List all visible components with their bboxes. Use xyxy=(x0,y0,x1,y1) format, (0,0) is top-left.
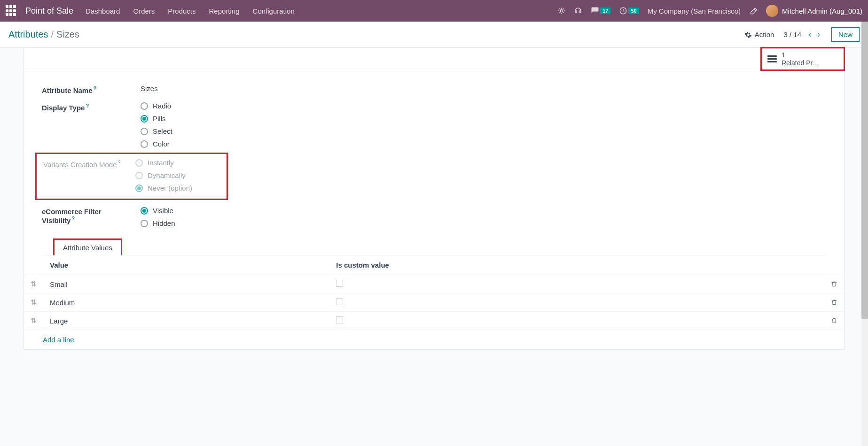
radio-color[interactable]: Color xyxy=(141,140,826,148)
pager-text[interactable]: 3 / 14 xyxy=(783,31,801,38)
radio-instantly: Instantly xyxy=(135,159,220,167)
main-menu: Dashboard Orders Products Reporting Conf… xyxy=(86,7,295,15)
related-products-stat[interactable]: 1 Related Pr… xyxy=(760,47,845,71)
variants-mode-label: Variants Creation Mode? xyxy=(43,159,135,192)
table-row[interactable]: ⇅ Large xyxy=(24,312,844,330)
tools-icon[interactable] xyxy=(749,7,758,15)
help-icon[interactable]: ? xyxy=(94,85,97,91)
messages-badge: 17 xyxy=(600,8,610,14)
control-bar: Attributes / Sizes Action 3 / 14 ‹ › New xyxy=(0,22,868,48)
ecommerce-visibility-radios: Visible Hidden xyxy=(141,207,826,227)
pager-prev[interactable]: ‹ xyxy=(807,29,813,40)
breadcrumb-parent[interactable]: Attributes xyxy=(8,29,48,40)
tab-attribute-values[interactable]: Attribute Values xyxy=(53,238,122,255)
support-icon[interactable] xyxy=(574,7,582,15)
messages-icon[interactable]: 17 xyxy=(591,7,610,15)
user-menu[interactable]: Mitchell Admin (Aug_001) xyxy=(766,5,862,17)
radio-pills[interactable]: Pills xyxy=(141,115,826,123)
menu-products[interactable]: Products xyxy=(168,7,195,15)
value-cell[interactable]: Medium xyxy=(43,293,329,312)
scrollbar[interactable] xyxy=(861,22,868,350)
breadcrumb: Attributes / Sizes xyxy=(8,29,79,40)
pager: 3 / 14 ‹ › xyxy=(783,29,822,40)
help-icon[interactable]: ? xyxy=(86,103,89,108)
radio-visible[interactable]: Visible xyxy=(141,207,826,215)
value-cell[interactable]: Small xyxy=(43,275,329,293)
menu-dashboard[interactable]: Dashboard xyxy=(86,7,120,15)
radio-hidden[interactable]: Hidden xyxy=(141,219,826,227)
action-menu[interactable]: Action xyxy=(744,31,774,38)
stat-count: 1 xyxy=(782,51,819,59)
drag-handle-icon[interactable]: ⇅ xyxy=(24,293,43,312)
new-button[interactable]: New xyxy=(831,27,860,42)
notebook-tabs: Attribute Values xyxy=(42,238,826,255)
pager-next[interactable]: › xyxy=(815,29,822,40)
radio-dynamically: Dynamically xyxy=(135,171,220,179)
value-cell[interactable]: Large xyxy=(43,312,329,330)
activities-icon[interactable]: 50 xyxy=(619,7,639,15)
add-line-button[interactable]: Add a line xyxy=(24,330,844,349)
delete-row-button[interactable] xyxy=(824,293,844,312)
display-type-radios: Radio Pills Select Color xyxy=(141,102,826,148)
drag-handle-icon[interactable]: ⇅ xyxy=(24,312,43,330)
menu-reporting[interactable]: Reporting xyxy=(209,7,240,15)
radio-radio[interactable]: Radio xyxy=(141,102,826,110)
variants-highlight-box: Variants Creation Mode? Instantly Dynami… xyxy=(35,153,228,200)
variants-mode-radios: Instantly Dynamically Never (option) xyxy=(135,159,220,192)
attribute-name-value[interactable]: Sizes xyxy=(141,85,826,94)
attribute-name-label: Attribute Name? xyxy=(42,85,141,94)
gear-icon xyxy=(744,31,752,38)
attribute-values-table: Value Is custom value ⇅ Small ⇅ Medium xyxy=(24,255,844,330)
form-card: 1 Related Pr… Attribute Name? Sizes Disp… xyxy=(23,48,845,350)
svg-point-0 xyxy=(561,9,563,12)
custom-checkbox[interactable] xyxy=(336,298,343,305)
help-icon[interactable]: ? xyxy=(71,215,75,221)
drag-handle-icon[interactable]: ⇅ xyxy=(24,275,43,293)
col-custom: Is custom value xyxy=(329,255,824,275)
display-type-label: Display Type? xyxy=(42,102,141,148)
company-selector[interactable]: My Company (San Francisco) xyxy=(648,7,741,15)
topnav-right: 17 50 My Company (San Francisco) Mitchel… xyxy=(558,5,862,17)
menu-orders[interactable]: Orders xyxy=(133,7,155,15)
ecommerce-visibility-label: eCommerce Filter Visibility? xyxy=(42,207,141,227)
user-name: Mitchell Admin (Aug_001) xyxy=(782,7,862,15)
custom-checkbox[interactable] xyxy=(336,280,343,287)
menu-configuration[interactable]: Configuration xyxy=(253,7,295,15)
top-nav: Point of Sale Dashboard Orders Products … xyxy=(0,0,868,22)
breadcrumb-current: Sizes xyxy=(56,29,79,40)
col-value: Value xyxy=(43,255,329,275)
table-row[interactable]: ⇅ Small xyxy=(24,275,844,293)
delete-row-button[interactable] xyxy=(824,275,844,293)
radio-select[interactable]: Select xyxy=(141,127,826,135)
custom-checkbox[interactable] xyxy=(336,316,343,323)
stat-label: Related Pr… xyxy=(782,59,819,67)
list-icon xyxy=(767,55,777,62)
radio-never: Never (option) xyxy=(135,184,220,192)
delete-row-button[interactable] xyxy=(824,312,844,330)
app-brand[interactable]: Point of Sale xyxy=(25,6,73,16)
avatar xyxy=(766,5,778,17)
apps-icon[interactable] xyxy=(6,5,17,16)
help-icon[interactable]: ? xyxy=(117,160,120,165)
activities-badge: 50 xyxy=(628,8,639,14)
debug-icon[interactable] xyxy=(558,7,565,15)
table-row[interactable]: ⇅ Medium xyxy=(24,293,844,312)
